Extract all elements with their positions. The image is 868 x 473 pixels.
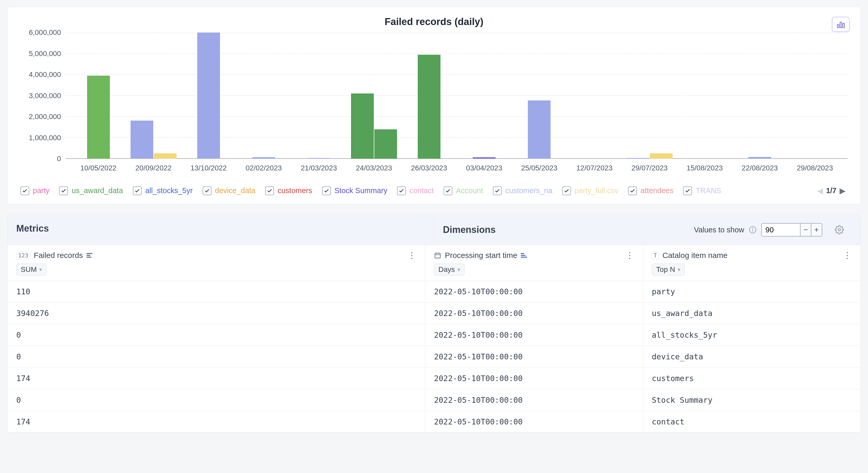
svg-point-6 — [838, 229, 841, 231]
legend-checkbox[interactable] — [265, 187, 274, 195]
legend-checkbox[interactable] — [21, 187, 29, 195]
stepper-plus-button[interactable]: + — [811, 224, 822, 236]
table-row[interactable]: 1742022-05-10T00:00:00customers — [7, 368, 861, 390]
legend-checkbox[interactable] — [133, 187, 142, 195]
legend-label: contact — [409, 187, 434, 195]
chart-bar[interactable] — [748, 157, 771, 159]
legend-item[interactable]: all_stocks_5yr — [133, 187, 198, 195]
sort-desc-icon[interactable] — [87, 253, 92, 258]
bar-group[interactable] — [346, 33, 401, 159]
bar-group[interactable] — [126, 33, 181, 159]
x-tick: 12/07/2023 — [567, 164, 622, 172]
legend-prev-button[interactable]: ◀ — [817, 186, 823, 195]
table-row[interactable]: 39402762022-05-10T00:00:00us_award_data — [7, 303, 861, 324]
legend-label: us_award_data — [71, 187, 123, 195]
bar-group[interactable] — [71, 33, 126, 159]
legend-item[interactable]: party_full.csv — [562, 187, 623, 195]
gear-icon[interactable] — [835, 225, 844, 234]
legend-checkbox[interactable] — [443, 187, 452, 195]
legend-label: party — [33, 187, 50, 195]
chart-bar[interactable] — [252, 157, 275, 159]
sort-asc-icon[interactable] — [521, 253, 527, 258]
chart-bar[interactable] — [307, 158, 330, 159]
legend-checkbox[interactable] — [59, 187, 68, 195]
legend-checkbox[interactable] — [322, 187, 331, 195]
legend-item[interactable]: customers — [265, 187, 317, 195]
chart-bar[interactable] — [418, 55, 440, 159]
legend-checkbox[interactable] — [683, 187, 692, 195]
legend-item[interactable]: attendees — [628, 187, 679, 195]
values-to-show-input[interactable] — [762, 224, 800, 236]
info-icon[interactable] — [749, 226, 756, 234]
bar-chart-icon — [836, 20, 845, 29]
time-column-menu-button[interactable]: ⋯ — [625, 251, 635, 260]
x-tick: 10/05/2022 — [71, 164, 126, 172]
svg-rect-2 — [843, 23, 844, 28]
legend-item[interactable]: contact — [397, 187, 439, 195]
chart-bar[interactable] — [650, 154, 673, 159]
chart-bar[interactable] — [87, 76, 110, 159]
legend-item[interactable]: Account — [443, 187, 488, 195]
table-row[interactable]: 1102022-05-10T00:00:00party — [7, 281, 861, 303]
x-tick: 21/03/2023 — [291, 164, 346, 172]
catalog-column-title: Catalog item name — [662, 251, 727, 260]
chart-card: Failed records (daily) 6,000,0005,000,00… — [7, 7, 861, 204]
legend-checkbox[interactable] — [397, 187, 406, 195]
time-agg-selector[interactable]: Days▾ — [434, 264, 465, 275]
bar-group[interactable] — [732, 33, 787, 159]
catalog-column-menu-button[interactable]: ⋯ — [842, 251, 853, 260]
legend-checkbox[interactable] — [628, 187, 637, 195]
bar-group[interactable] — [677, 33, 732, 159]
bar-group[interactable] — [567, 33, 622, 159]
legend-checkbox[interactable] — [562, 187, 571, 195]
chart-bar[interactable] — [627, 158, 649, 159]
svg-rect-1 — [840, 22, 842, 28]
table-row[interactable]: 02022-05-10T00:00:00device_data — [7, 346, 861, 368]
catalog-column-header: T Catalog item name ⋯ Top N▾ — [643, 245, 861, 281]
legend-item[interactable]: Stock Summary — [322, 187, 393, 195]
chart-bar[interactable] — [374, 129, 397, 159]
legend-checkbox[interactable] — [493, 187, 502, 195]
catalog-agg-selector[interactable]: Top N▾ — [652, 264, 685, 275]
data-rows-container: 1102022-05-10T00:00:00party39402762022-0… — [7, 281, 861, 433]
bar-group[interactable] — [401, 33, 457, 159]
bar-group[interactable] — [291, 33, 346, 159]
legend-item[interactable]: TRANS — [683, 187, 726, 195]
bar-group[interactable] — [622, 33, 677, 159]
chart-type-toggle-button[interactable] — [832, 17, 850, 32]
calendar-icon — [434, 252, 441, 259]
metric-agg-selector[interactable]: SUM▾ — [16, 264, 46, 275]
time-cell: 2022-05-10T00:00:00 — [425, 390, 643, 411]
bar-group[interactable] — [457, 33, 512, 159]
metric-column-menu-button[interactable]: ⋯ — [407, 251, 417, 260]
legend-item[interactable]: customers_na — [493, 187, 558, 195]
bar-group[interactable] — [236, 33, 291, 159]
legend-checkbox[interactable] — [203, 187, 212, 195]
chart-bar[interactable] — [528, 100, 551, 159]
chart-bar[interactable] — [351, 94, 374, 159]
chart-bar[interactable] — [197, 33, 220, 159]
bar-group[interactable] — [787, 33, 842, 159]
legend-item[interactable]: us_award_data — [59, 187, 128, 195]
legend-label: customers — [278, 187, 312, 195]
stepper-minus-button[interactable]: − — [800, 224, 811, 236]
metric-cell: 0 — [7, 346, 425, 367]
table-row[interactable]: 1742022-05-10T00:00:00contact — [7, 411, 861, 433]
chart-legend: partyus_award_dataall_stocks_5yrdevice_d… — [21, 181, 847, 195]
chart-bar[interactable] — [473, 157, 496, 159]
chart-bar[interactable] — [130, 121, 153, 159]
table-row[interactable]: 02022-05-10T00:00:00Stock Summary — [7, 390, 861, 411]
time-column-title: Processing start time — [445, 251, 517, 260]
x-tick: 25/05/2023 — [512, 164, 567, 172]
bar-group[interactable] — [181, 33, 236, 159]
bar-group[interactable] — [512, 33, 567, 159]
legend-next-button[interactable]: ▶ — [840, 186, 845, 195]
legend-item[interactable]: party — [21, 187, 55, 195]
values-to-show-stepper[interactable]: − + — [761, 223, 822, 236]
legend-item[interactable]: device_data — [203, 187, 260, 195]
x-tick: 02/02/2023 — [236, 164, 291, 172]
svg-rect-0 — [837, 25, 839, 28]
time-cell: 2022-05-10T00:00:00 — [425, 303, 643, 324]
chart-bar[interactable] — [154, 154, 177, 159]
table-row[interactable]: 02022-05-10T00:00:00all_stocks_5yr — [7, 324, 861, 346]
